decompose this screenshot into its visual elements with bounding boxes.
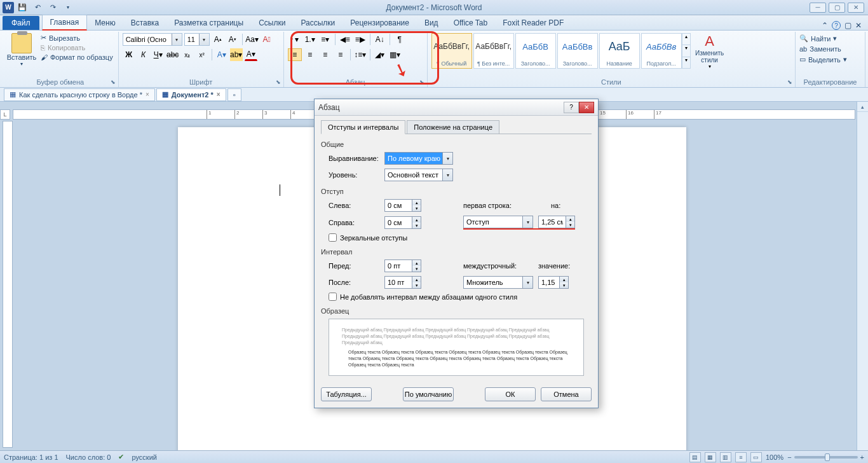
view-web-icon[interactable]: ▥ (720, 452, 731, 462)
align-center-icon[interactable]: ≡ (303, 48, 317, 61)
style-subtitle[interactable]: АаБбВвПодзагол... (641, 33, 682, 69)
spell-check-icon[interactable]: ✔ (118, 453, 124, 461)
tab-mailings[interactable]: Рассылки (293, 16, 342, 30)
view-read-icon[interactable]: ▦ (705, 452, 716, 462)
style-nospacing[interactable]: АаБбВвГг,¶ Без инте... (473, 33, 514, 69)
copy-button[interactable]: ⎘Копировать (39, 43, 114, 52)
font-family-combo[interactable]: Calibri (Осно▾ (123, 33, 182, 46)
dialog-tab-indents[interactable]: Отступы и интервалы (321, 120, 405, 134)
font-color-icon[interactable]: A▾ (245, 48, 257, 61)
font-launcher[interactable]: ⬊ (275, 78, 282, 86)
styles-more-icon[interactable]: ▾ (682, 57, 690, 68)
qat-more-icon[interactable]: ▾ (61, 1, 75, 14)
tab-officetab[interactable]: Office Tab (446, 16, 496, 30)
spin-down-icon[interactable]: ▾ (412, 223, 421, 228)
alignment-combo[interactable]: По левому краю▾ (384, 152, 453, 165)
spin-down-icon[interactable]: ▾ (412, 266, 421, 272)
change-case-icon[interactable]: Aa▾ (246, 33, 259, 46)
tab-foxit[interactable]: Foxit Reader PDF (495, 16, 571, 30)
spin-up-icon[interactable]: ▴ (412, 200, 421, 205)
select-button[interactable]: ▭Выделить ▾ (799, 54, 861, 65)
scroll-up-icon[interactable]: ▴ (857, 102, 868, 112)
indent-right-spinner[interactable]: ▴▾ (384, 216, 421, 229)
decrease-indent-icon[interactable]: ◀≡ (338, 33, 352, 46)
dialog-tab-position[interactable]: Положение на странице (407, 120, 499, 134)
align-left-icon[interactable]: ≡ (288, 48, 302, 61)
grow-font-icon[interactable]: A▴ (212, 33, 224, 46)
scrollbar-vertical[interactable]: ▴ (857, 102, 868, 450)
dialog-close-button[interactable]: ✕ (579, 102, 594, 113)
undo-icon[interactable]: ↶ (31, 1, 44, 14)
tab-home[interactable]: Главная (42, 15, 88, 31)
styles-down-icon[interactable]: ▾ (682, 45, 690, 56)
zoom-level[interactable]: 100% (766, 453, 783, 461)
tab-references[interactable]: Ссылки (251, 16, 293, 30)
language-indicator[interactable]: русский (132, 453, 156, 461)
space-after-spinner[interactable]: ▴▾ (384, 276, 421, 289)
minimize-button[interactable]: ─ (810, 3, 826, 13)
justify-icon[interactable]: ≡ (334, 48, 348, 61)
style-title[interactable]: АаБНазвание (599, 33, 640, 69)
mirror-indents-check[interactable]: Зеркальные отступы (329, 233, 592, 242)
paste-button[interactable]: Вставить ▾ (6, 33, 37, 67)
style-heading2[interactable]: АаБбВвЗаголово... (557, 33, 598, 69)
spin-down-icon[interactable]: ▾ (412, 205, 421, 211)
ruler-vertical[interactable] (3, 121, 13, 448)
style-normal[interactable]: АаБбВвГг,¶ Обычный (431, 33, 472, 69)
paragraph-launcher[interactable]: ⬊ (418, 78, 426, 86)
bullets-icon[interactable]: • ▾ (288, 33, 302, 46)
replace-button[interactable]: abЗаменить (799, 44, 861, 54)
close-tab-icon[interactable]: × (146, 91, 149, 98)
redo-icon[interactable]: ↷ (46, 1, 60, 14)
view-draft-icon[interactable]: ▭ (750, 452, 762, 462)
dialog-titlebar[interactable]: Абзац ? ✕ (315, 99, 598, 116)
no-space-check[interactable]: Не добавлять интервал между абзацами одн… (329, 293, 592, 301)
align-right-icon[interactable]: ≡ (318, 48, 332, 61)
spin-up-icon[interactable]: ▴ (412, 217, 421, 223)
dialog-help-button[interactable]: ? (564, 102, 579, 113)
line-spacing-icon[interactable]: ↕≡▾ (353, 48, 367, 61)
spin-up-icon[interactable]: ▴ (412, 260, 421, 266)
zoom-thumb[interactable] (825, 453, 830, 461)
help-icon[interactable]: ? (832, 21, 841, 30)
text-effects-icon[interactable]: A▾ (215, 48, 228, 61)
spin-up-icon[interactable]: ▴ (412, 277, 421, 282)
line-spacing-combo[interactable]: Множитель▾ (463, 276, 533, 289)
shading-icon[interactable]: ◢▾ (373, 48, 387, 61)
doctab-1[interactable]: ▦Как сделать красную строку в Ворде *× (4, 88, 155, 101)
view-print-icon[interactable]: ▤ (689, 452, 701, 462)
save-icon[interactable]: 💾 (15, 1, 29, 14)
tab-layout[interactable]: Разметка страницы (166, 16, 251, 30)
multilevel-icon[interactable]: ≡▾ (318, 33, 332, 46)
tabs-button[interactable]: Табуляция... (321, 387, 372, 401)
styles-up-icon[interactable]: ▴ (682, 34, 690, 45)
highlight-icon[interactable]: ab▾ (230, 48, 243, 61)
shrink-font-icon[interactable]: A▾ (226, 33, 239, 46)
subscript-icon[interactable]: x₂ (181, 48, 194, 61)
by-spinner[interactable]: ▴▾ (538, 216, 575, 228)
restore-window-icon[interactable]: ▢ (844, 21, 851, 30)
find-button[interactable]: 🔍Найти ▾ (799, 33, 861, 44)
font-size-combo[interactable]: 11▾ (184, 33, 210, 46)
spin-down-icon[interactable]: ▾ (560, 282, 568, 288)
tab-file[interactable]: Файл (3, 16, 39, 30)
default-button[interactable]: По умолчанию (403, 387, 454, 401)
strike-icon[interactable]: abc (166, 48, 179, 61)
bold-icon[interactable]: Ж (123, 48, 135, 61)
borders-icon[interactable]: ▦▾ (388, 48, 402, 61)
style-heading1[interactable]: АаБбВЗаголово... (515, 33, 556, 69)
tab-insert[interactable]: Вставка (123, 16, 167, 30)
underline-icon[interactable]: Ч▾ (152, 48, 165, 61)
format-painter-button[interactable]: 🖌Формат по образцу (39, 53, 114, 62)
increase-indent-icon[interactable]: ≡▶ (353, 33, 367, 46)
view-outline-icon[interactable]: ≡ (735, 452, 747, 462)
page-indicator[interactable]: Страница: 1 из 1 (4, 453, 58, 461)
italic-icon[interactable]: К (137, 48, 150, 61)
clipboard-launcher[interactable]: ⬊ (109, 78, 117, 86)
cut-button[interactable]: ✂Вырезать (39, 33, 114, 43)
close-tab-icon[interactable]: × (217, 91, 220, 98)
zoom-in-icon[interactable]: + (860, 453, 864, 461)
at-spinner[interactable]: ▴▾ (538, 276, 569, 289)
space-before-spinner[interactable]: ▴▾ (384, 259, 421, 272)
sort-icon[interactable]: A↓ (373, 33, 387, 46)
